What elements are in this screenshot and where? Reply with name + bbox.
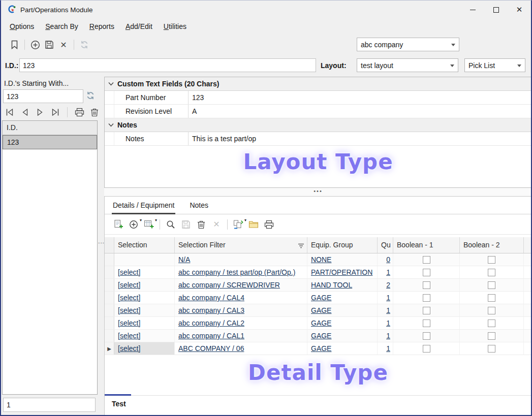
select-link[interactable]: [select] xyxy=(118,268,140,276)
cancel-detail-button[interactable]: ✕ xyxy=(209,217,224,232)
close-button[interactable]: ✕ xyxy=(508,1,531,19)
boolean1-checkbox[interactable] xyxy=(423,332,430,340)
nav-last-button[interactable] xyxy=(49,106,62,119)
qty-link[interactable]: 1 xyxy=(386,332,390,340)
splitter-grip-icon[interactable]: ⋮ xyxy=(100,240,103,246)
add-from-template-button[interactable]: ▾ xyxy=(141,217,157,232)
delete-button[interactable]: ✕ xyxy=(56,38,71,52)
field-value-notes[interactable]: This is a test part/op xyxy=(189,132,531,145)
menu-item-search-by[interactable]: Search By xyxy=(40,20,84,33)
row-indicator[interactable] xyxy=(105,304,114,316)
print-detail-button[interactable] xyxy=(261,217,276,232)
minimize-button[interactable] xyxy=(461,1,484,19)
select-link[interactable]: [select] xyxy=(118,306,140,314)
boolean2-checkbox[interactable] xyxy=(488,294,495,302)
select-link[interactable]: [select] xyxy=(118,332,140,340)
boolean2-checkbox[interactable] xyxy=(488,345,495,353)
boolean2-checkbox[interactable] xyxy=(488,281,495,289)
open-button[interactable] xyxy=(246,217,261,232)
qty-link[interactable]: 1 xyxy=(386,344,390,353)
filter-link[interactable]: ABC COMPANY / 06 xyxy=(178,344,244,353)
select-link[interactable]: [select] xyxy=(118,319,140,327)
qty-link[interactable]: 1 xyxy=(386,306,390,314)
boolean1-checkbox[interactable] xyxy=(423,294,430,302)
qty-link[interactable]: 1 xyxy=(386,319,390,327)
row-indicator[interactable] xyxy=(105,266,114,278)
bottom-tab-test[interactable]: Test xyxy=(112,400,126,408)
menu-item-utilities[interactable]: Utilities xyxy=(158,20,192,33)
trash-button[interactable] xyxy=(88,106,101,119)
select-link[interactable]: [select] xyxy=(118,294,140,302)
group-link[interactable]: GAGE xyxy=(311,344,331,353)
filter-link[interactable]: abc company / CAL2 xyxy=(178,319,244,327)
copy-details-button[interactable]: ▾ xyxy=(231,217,246,232)
sidebar-refresh-button[interactable] xyxy=(86,91,95,102)
save-button[interactable] xyxy=(42,38,56,52)
print-button[interactable] xyxy=(73,106,86,119)
column-header-boolean-1[interactable]: Boolean - 1 xyxy=(393,237,460,253)
boolean2-checkbox[interactable] xyxy=(488,256,495,264)
boolean2-checkbox[interactable] xyxy=(488,319,495,327)
maximize-button[interactable] xyxy=(484,1,508,19)
filter-link[interactable]: abc company / CAL1 xyxy=(178,332,244,340)
select-link[interactable]: [select] xyxy=(118,281,140,289)
nav-prev-button[interactable] xyxy=(18,106,32,119)
filter-link[interactable]: abc company / CAL3 xyxy=(178,306,244,314)
qty-link[interactable]: 1 xyxy=(386,268,390,276)
row-indicator[interactable] xyxy=(105,330,114,342)
search-button[interactable] xyxy=(163,217,178,232)
column-header-boolean-2[interactable]: Boolean - 2 xyxy=(460,237,524,253)
boolean2-checkbox[interactable] xyxy=(488,332,495,340)
add-record-button[interactable] xyxy=(28,38,42,52)
menu-item-options[interactable]: Options xyxy=(4,20,40,33)
group-link[interactable]: HAND TOOL xyxy=(311,281,352,289)
filter-link[interactable]: abc company / test part/op (Part/Op.) xyxy=(178,268,295,276)
boolean2-checkbox[interactable] xyxy=(488,307,495,314)
filter-link[interactable]: abc company / SCREWDRIVER xyxy=(178,281,280,289)
column-header-selection[interactable]: Selection xyxy=(114,237,175,253)
row-indicator[interactable] xyxy=(105,317,114,329)
current-row-indicator[interactable]: ▶ xyxy=(105,342,114,355)
qty-link[interactable]: 1 xyxy=(386,294,390,302)
filter-link[interactable]: N/A xyxy=(178,255,190,264)
row-indicator[interactable] xyxy=(105,253,114,266)
refresh-button[interactable] xyxy=(77,38,91,52)
layout-combobox[interactable]: test layout xyxy=(357,58,458,72)
group-link[interactable]: PART/OPERATION xyxy=(311,268,372,276)
bookmark-button[interactable] xyxy=(7,38,21,52)
nav-next-button[interactable] xyxy=(34,106,47,119)
id-list-item[interactable]: 123 xyxy=(3,135,97,149)
row-indicator[interactable] xyxy=(105,292,114,304)
add-item-button[interactable]: ▾ xyxy=(126,217,141,232)
tab-details-equipment[interactable]: Details / Equipment xyxy=(112,197,175,214)
qty-link[interactable]: 0 xyxy=(386,255,390,264)
filter-link[interactable]: abc company / CAL4 xyxy=(178,294,244,302)
group-link[interactable]: GAGE xyxy=(311,294,331,302)
menu-item-add-edit[interactable]: Add/Edit xyxy=(120,20,158,33)
select-link[interactable]: [select] xyxy=(118,344,140,353)
column-header-selection-filter[interactable]: Selection Filter xyxy=(175,237,307,253)
group-link[interactable]: NONE xyxy=(311,255,331,264)
group-link[interactable]: GAGE xyxy=(311,319,331,327)
row-indicator[interactable] xyxy=(105,279,114,291)
qty-link[interactable]: 2 xyxy=(386,281,390,289)
record-number-input[interactable] xyxy=(3,398,96,412)
delete-detail-button[interactable] xyxy=(194,217,209,232)
field-value-part-number[interactable]: 123 xyxy=(189,91,531,104)
filter-icon[interactable] xyxy=(298,242,304,250)
boolean1-checkbox[interactable] xyxy=(423,319,430,327)
id-input[interactable] xyxy=(19,58,316,72)
picklist-combobox[interactable]: Pick List xyxy=(464,58,525,72)
boolean1-checkbox[interactable] xyxy=(423,256,430,264)
boolean1-checkbox[interactable] xyxy=(423,269,430,276)
column-header-qty[interactable]: Qu xyxy=(378,237,393,253)
section-header-custom-text-fields[interactable]: Custom Text Fields (20 Chars) xyxy=(105,77,531,91)
boolean1-checkbox[interactable] xyxy=(423,281,430,289)
column-header-equip-group[interactable]: Equip. Group xyxy=(307,237,378,253)
boolean2-checkbox[interactable] xyxy=(488,269,495,276)
group-link[interactable]: GAGE xyxy=(311,332,331,340)
nav-first-button[interactable] xyxy=(3,106,16,119)
id-search-input[interactable] xyxy=(3,89,83,103)
boolean1-checkbox[interactable] xyxy=(423,345,430,353)
section-header-notes[interactable]: Notes xyxy=(105,118,531,132)
